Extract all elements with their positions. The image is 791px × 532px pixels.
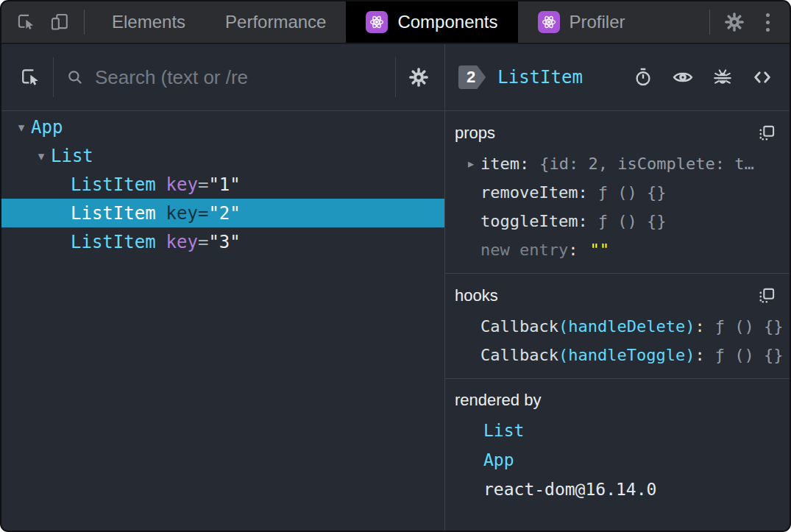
key-attribute: key [166,203,198,224]
pick-component-icon[interactable] [19,66,41,88]
more-options-kebab-icon[interactable] [751,1,784,43]
key-attribute: key [166,174,198,195]
tree-row-app[interactable]: ▾ App [1,113,444,141]
copy-props-icon[interactable] [757,124,776,143]
react-logo-icon [366,11,388,33]
component-name: App [31,117,63,138]
collapse-arrow-icon[interactable]: ▾ [32,149,51,163]
props-section-title: props [455,124,495,143]
rendered-by-react-dom: react-dom@16.14.0 [445,475,790,504]
log-data-bug-icon[interactable] [712,67,733,88]
search-input[interactable] [95,66,383,89]
props-section: props ▸ item: {id: 2, isComplete: t… [445,111,790,274]
equals-sign: = [198,232,208,252]
rendered-by-list-link[interactable]: List [445,416,790,445]
copy-hooks-icon[interactable] [757,286,776,305]
suspend-stopwatch-icon[interactable] [633,67,653,88]
key-value: "1" [208,174,240,195]
key-value: "2" [208,203,240,224]
prop-value: {id: 2, isComplete: t… [539,155,753,173]
settings-gear-icon[interactable] [717,1,751,43]
hook-type: Callback [480,346,558,364]
inspector-header: 2 ListItem [445,44,790,111]
tree-row-listitem-2-selected[interactable]: ListItem key = "2" [1,199,444,227]
prop-name: item [480,155,519,173]
hook-value: ƒ () {} [715,346,784,364]
component-name: List [51,146,93,166]
tree-settings-gear-icon[interactable] [408,66,430,88]
hook-type: Callback [480,317,558,336]
component-name: ListItem [71,232,156,252]
tab-bar-separator [84,10,85,35]
rendered-by-section: rendered by List App react-dom@16.14.0 [445,379,790,513]
prop-row-toggleitem[interactable]: toggleItem: ƒ () {} [445,207,790,235]
prop-name: toggleItem [480,212,578,230]
prop-value: ƒ () {} [598,183,667,202]
components-tree-panel: ▾ App ▾ List ListItem key = "1" [1,44,445,531]
tab-bar-separator [709,10,710,35]
toolbar-separator [395,57,396,97]
tab-profiler[interactable]: Profiler [518,1,645,43]
collapse-arrow-icon[interactable]: ▾ [12,120,31,135]
hook-name: (handleDelete) [558,317,695,336]
equals-sign: = [198,174,208,195]
search-box [65,66,383,89]
tree-row-listitem-1[interactable]: ListItem key = "1" [1,170,444,199]
react-logo-icon [538,11,560,33]
rendered-by-app-link[interactable]: App [445,445,790,475]
view-source-code-icon[interactable] [751,66,773,88]
owner-link[interactable]: App [483,450,514,469]
component-tree: ▾ App ▾ List ListItem key = "1" [1,111,444,531]
hook-row-handletoggle[interactable]: Callback(handleToggle): ƒ () {} [445,341,790,369]
expand-arrow-icon[interactable]: ▸ [461,157,480,171]
new-prop-entry-row[interactable]: new entry: "" [445,235,790,264]
prop-row-item[interactable]: ▸ item: {id: 2, isComplete: t… [445,149,790,178]
prop-row-removeitem[interactable]: removeItem: ƒ () {} [445,178,790,207]
tab-label: Profiler [570,12,625,32]
renderer-version: react-dom@16.14.0 [483,480,656,499]
rendered-by-title: rendered by [455,391,541,410]
hook-row-handledelete[interactable]: Callback(handleDelete): ƒ () {} [445,312,790,341]
hooks-section: hooks Callback(handleDelete): ƒ () {} Ca… [445,274,790,379]
device-toolbar-icon[interactable] [43,1,77,43]
key-attribute: key [166,232,198,252]
tab-label: Elements [112,12,185,32]
prop-value: ƒ () {} [598,212,667,230]
hook-value: ƒ () {} [715,317,784,336]
tab-label: Components [397,12,497,32]
hooks-section-title: hooks [455,286,498,305]
tab-performance[interactable]: Performance [205,1,346,43]
element-key-badge: 2 [458,65,486,89]
new-entry-label: new entry [480,241,568,259]
inspect-element-icon[interactable] [9,1,43,43]
hook-name: (handleToggle) [558,346,695,364]
tree-toolbar [1,44,444,111]
tree-row-listitem-3[interactable]: ListItem key = "3" [1,227,444,256]
inspect-dom-eye-icon[interactable] [672,66,694,88]
tab-label: Performance [225,12,326,32]
component-inspector-panel: 2 ListItem [445,44,790,531]
equals-sign: = [198,203,208,224]
key-value: "3" [208,232,240,252]
component-name: ListItem [71,203,156,224]
prop-name: removeItem [480,183,578,202]
tab-elements[interactable]: Elements [92,1,205,43]
owner-link[interactable]: List [483,421,524,440]
devtools-window: Elements Performance Components [0,0,791,532]
selected-component-title: ListItem [497,67,583,88]
devtools-tab-bar: Elements Performance Components [1,1,790,44]
search-icon [65,68,85,87]
new-entry-value[interactable]: "" [589,241,609,259]
component-name: ListItem [71,174,156,195]
tree-row-list[interactable]: ▾ List [1,141,444,170]
tab-components[interactable]: Components [346,1,517,43]
toolbar-separator [53,57,54,97]
